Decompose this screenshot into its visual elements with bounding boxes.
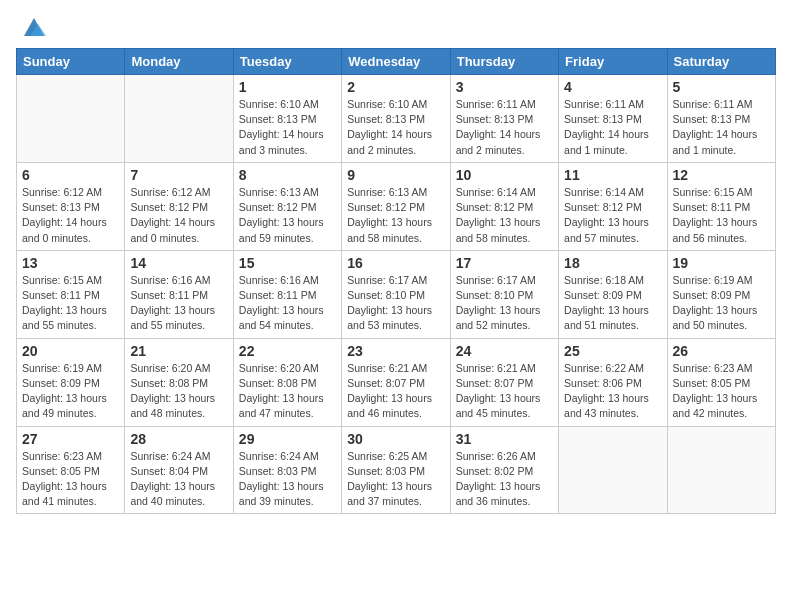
day-number: 31 [456,431,553,447]
day-info: Sunrise: 6:17 AM Sunset: 8:10 PM Dayligh… [456,273,553,334]
calendar-cell: 3Sunrise: 6:11 AM Sunset: 8:13 PM Daylig… [450,75,558,163]
calendar-cell: 5Sunrise: 6:11 AM Sunset: 8:13 PM Daylig… [667,75,775,163]
calendar-cell: 28Sunrise: 6:24 AM Sunset: 8:04 PM Dayli… [125,426,233,514]
day-info: Sunrise: 6:11 AM Sunset: 8:13 PM Dayligh… [673,97,770,158]
page-header [16,16,776,40]
calendar-header-saturday: Saturday [667,49,775,75]
day-number: 17 [456,255,553,271]
day-number: 3 [456,79,553,95]
calendar-week-row-4: 20Sunrise: 6:19 AM Sunset: 8:09 PM Dayli… [17,338,776,426]
day-number: 30 [347,431,444,447]
calendar-cell: 12Sunrise: 6:15 AM Sunset: 8:11 PM Dayli… [667,162,775,250]
day-info: Sunrise: 6:14 AM Sunset: 8:12 PM Dayligh… [564,185,661,246]
day-number: 23 [347,343,444,359]
day-number: 9 [347,167,444,183]
day-info: Sunrise: 6:23 AM Sunset: 8:05 PM Dayligh… [673,361,770,422]
day-number: 10 [456,167,553,183]
day-info: Sunrise: 6:11 AM Sunset: 8:13 PM Dayligh… [564,97,661,158]
day-number: 6 [22,167,119,183]
logo-icon [20,12,48,40]
calendar-cell: 10Sunrise: 6:14 AM Sunset: 8:12 PM Dayli… [450,162,558,250]
calendar-cell [17,75,125,163]
day-info: Sunrise: 6:12 AM Sunset: 8:12 PM Dayligh… [130,185,227,246]
calendar-cell: 18Sunrise: 6:18 AM Sunset: 8:09 PM Dayli… [559,250,667,338]
calendar-cell: 2Sunrise: 6:10 AM Sunset: 8:13 PM Daylig… [342,75,450,163]
day-number: 12 [673,167,770,183]
logo [16,16,48,40]
calendar-cell: 11Sunrise: 6:14 AM Sunset: 8:12 PM Dayli… [559,162,667,250]
day-number: 5 [673,79,770,95]
day-info: Sunrise: 6:20 AM Sunset: 8:08 PM Dayligh… [130,361,227,422]
day-number: 19 [673,255,770,271]
day-number: 13 [22,255,119,271]
calendar-cell: 25Sunrise: 6:22 AM Sunset: 8:06 PM Dayli… [559,338,667,426]
day-info: Sunrise: 6:23 AM Sunset: 8:05 PM Dayligh… [22,449,119,510]
day-number: 1 [239,79,336,95]
day-info: Sunrise: 6:12 AM Sunset: 8:13 PM Dayligh… [22,185,119,246]
day-number: 28 [130,431,227,447]
day-number: 29 [239,431,336,447]
calendar-cell: 1Sunrise: 6:10 AM Sunset: 8:13 PM Daylig… [233,75,341,163]
calendar-cell: 8Sunrise: 6:13 AM Sunset: 8:12 PM Daylig… [233,162,341,250]
day-info: Sunrise: 6:19 AM Sunset: 8:09 PM Dayligh… [673,273,770,334]
calendar-cell: 24Sunrise: 6:21 AM Sunset: 8:07 PM Dayli… [450,338,558,426]
day-info: Sunrise: 6:15 AM Sunset: 8:11 PM Dayligh… [673,185,770,246]
calendar-header-wednesday: Wednesday [342,49,450,75]
day-number: 7 [130,167,227,183]
calendar-cell: 20Sunrise: 6:19 AM Sunset: 8:09 PM Dayli… [17,338,125,426]
day-number: 24 [456,343,553,359]
calendar-header-tuesday: Tuesday [233,49,341,75]
day-number: 14 [130,255,227,271]
day-info: Sunrise: 6:15 AM Sunset: 8:11 PM Dayligh… [22,273,119,334]
calendar-header-friday: Friday [559,49,667,75]
calendar-week-row-2: 6Sunrise: 6:12 AM Sunset: 8:13 PM Daylig… [17,162,776,250]
calendar-cell: 29Sunrise: 6:24 AM Sunset: 8:03 PM Dayli… [233,426,341,514]
day-info: Sunrise: 6:25 AM Sunset: 8:03 PM Dayligh… [347,449,444,510]
calendar-cell: 13Sunrise: 6:15 AM Sunset: 8:11 PM Dayli… [17,250,125,338]
calendar-cell: 31Sunrise: 6:26 AM Sunset: 8:02 PM Dayli… [450,426,558,514]
day-number: 8 [239,167,336,183]
calendar-cell: 9Sunrise: 6:13 AM Sunset: 8:12 PM Daylig… [342,162,450,250]
day-number: 15 [239,255,336,271]
calendar-cell: 15Sunrise: 6:16 AM Sunset: 8:11 PM Dayli… [233,250,341,338]
day-info: Sunrise: 6:10 AM Sunset: 8:13 PM Dayligh… [239,97,336,158]
calendar-header-sunday: Sunday [17,49,125,75]
calendar-week-row-1: 1Sunrise: 6:10 AM Sunset: 8:13 PM Daylig… [17,75,776,163]
day-info: Sunrise: 6:26 AM Sunset: 8:02 PM Dayligh… [456,449,553,510]
day-info: Sunrise: 6:19 AM Sunset: 8:09 PM Dayligh… [22,361,119,422]
calendar-cell [667,426,775,514]
calendar-cell: 4Sunrise: 6:11 AM Sunset: 8:13 PM Daylig… [559,75,667,163]
calendar-cell: 26Sunrise: 6:23 AM Sunset: 8:05 PM Dayli… [667,338,775,426]
day-number: 18 [564,255,661,271]
calendar-cell: 16Sunrise: 6:17 AM Sunset: 8:10 PM Dayli… [342,250,450,338]
calendar-cell: 22Sunrise: 6:20 AM Sunset: 8:08 PM Dayli… [233,338,341,426]
calendar-header-monday: Monday [125,49,233,75]
day-number: 4 [564,79,661,95]
calendar-cell: 14Sunrise: 6:16 AM Sunset: 8:11 PM Dayli… [125,250,233,338]
calendar-cell: 30Sunrise: 6:25 AM Sunset: 8:03 PM Dayli… [342,426,450,514]
calendar-week-row-5: 27Sunrise: 6:23 AM Sunset: 8:05 PM Dayli… [17,426,776,514]
day-info: Sunrise: 6:11 AM Sunset: 8:13 PM Dayligh… [456,97,553,158]
day-info: Sunrise: 6:22 AM Sunset: 8:06 PM Dayligh… [564,361,661,422]
calendar-cell: 7Sunrise: 6:12 AM Sunset: 8:12 PM Daylig… [125,162,233,250]
calendar-cell: 23Sunrise: 6:21 AM Sunset: 8:07 PM Dayli… [342,338,450,426]
calendar-table: SundayMondayTuesdayWednesdayThursdayFrid… [16,48,776,514]
day-info: Sunrise: 6:24 AM Sunset: 8:04 PM Dayligh… [130,449,227,510]
day-number: 21 [130,343,227,359]
day-info: Sunrise: 6:18 AM Sunset: 8:09 PM Dayligh… [564,273,661,334]
day-info: Sunrise: 6:13 AM Sunset: 8:12 PM Dayligh… [347,185,444,246]
day-info: Sunrise: 6:24 AM Sunset: 8:03 PM Dayligh… [239,449,336,510]
day-number: 27 [22,431,119,447]
day-number: 11 [564,167,661,183]
calendar-cell: 27Sunrise: 6:23 AM Sunset: 8:05 PM Dayli… [17,426,125,514]
day-number: 2 [347,79,444,95]
calendar-cell: 19Sunrise: 6:19 AM Sunset: 8:09 PM Dayli… [667,250,775,338]
day-number: 22 [239,343,336,359]
calendar-header-thursday: Thursday [450,49,558,75]
calendar-cell: 21Sunrise: 6:20 AM Sunset: 8:08 PM Dayli… [125,338,233,426]
day-info: Sunrise: 6:17 AM Sunset: 8:10 PM Dayligh… [347,273,444,334]
day-number: 20 [22,343,119,359]
calendar-cell: 17Sunrise: 6:17 AM Sunset: 8:10 PM Dayli… [450,250,558,338]
calendar-header-row: SundayMondayTuesdayWednesdayThursdayFrid… [17,49,776,75]
day-number: 16 [347,255,444,271]
